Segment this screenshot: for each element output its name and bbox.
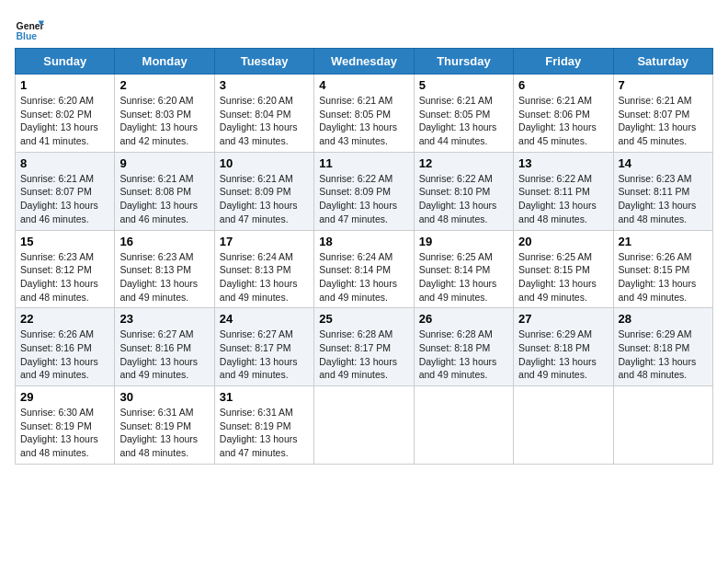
calendar-cell: 18Sunrise: 6:24 AMSunset: 8:14 PMDayligh… [314, 230, 414, 308]
day-number: 23 [119, 312, 209, 326]
day-info: Sunrise: 6:25 AMSunset: 8:15 PMDaylight:… [518, 250, 608, 304]
calendar-cell: 8Sunrise: 6:21 AMSunset: 8:07 PMDaylight… [16, 152, 115, 230]
day-number: 28 [619, 312, 708, 326]
calendar-cell: 26Sunrise: 6:28 AMSunset: 8:18 PMDayligh… [414, 308, 513, 386]
calendar-cell: 25Sunrise: 6:28 AMSunset: 8:17 PMDayligh… [314, 308, 414, 386]
day-info: Sunrise: 6:21 AMSunset: 8:06 PMDaylight:… [518, 94, 608, 148]
day-info: Sunrise: 6:26 AMSunset: 8:16 PMDaylight:… [20, 327, 109, 382]
col-header-wednesday: Wednesday [314, 49, 414, 75]
day-number: 21 [619, 235, 708, 248]
calendar-week-row: 15Sunrise: 6:23 AMSunset: 8:12 PMDayligh… [16, 230, 713, 308]
logo-icon: General Blue [15, 15, 44, 44]
calendar-week-row: 8Sunrise: 6:21 AMSunset: 8:07 PMDaylight… [16, 152, 713, 230]
svg-text:Blue: Blue [17, 31, 38, 41]
day-info: Sunrise: 6:27 AMSunset: 8:17 PMDaylight:… [220, 327, 309, 382]
calendar-cell: 13Sunrise: 6:22 AMSunset: 8:11 PMDayligh… [514, 152, 613, 230]
calendar-cell [613, 386, 712, 465]
calendar-cell: 2Sunrise: 6:20 AMSunset: 8:03 PMDaylight… [115, 75, 214, 153]
page-header: General Blue [15, 15, 713, 44]
day-number: 9 [119, 156, 209, 170]
calendar-cell: 5Sunrise: 6:21 AMSunset: 8:05 PMDaylight… [414, 75, 513, 153]
day-number: 18 [319, 235, 408, 248]
day-info: Sunrise: 6:21 AMSunset: 8:07 PMDaylight:… [20, 172, 109, 226]
calendar-cell: 22Sunrise: 6:26 AMSunset: 8:16 PMDayligh… [16, 308, 115, 386]
calendar-cell: 3Sunrise: 6:20 AMSunset: 8:04 PMDaylight… [214, 75, 313, 153]
day-number: 13 [518, 156, 608, 170]
day-info: Sunrise: 6:23 AMSunset: 8:13 PMDaylight:… [119, 250, 209, 304]
day-info: Sunrise: 6:26 AMSunset: 8:15 PMDaylight:… [619, 250, 708, 304]
day-number: 19 [419, 235, 508, 248]
calendar-cell: 28Sunrise: 6:29 AMSunset: 8:18 PMDayligh… [613, 308, 712, 386]
day-info: Sunrise: 6:20 AMSunset: 8:04 PMDaylight:… [220, 94, 309, 148]
day-number: 17 [220, 235, 309, 248]
calendar-cell: 29Sunrise: 6:30 AMSunset: 8:19 PMDayligh… [16, 386, 115, 465]
day-number: 25 [319, 312, 408, 326]
day-info: Sunrise: 6:20 AMSunset: 8:03 PMDaylight:… [119, 94, 209, 148]
day-info: Sunrise: 6:29 AMSunset: 8:18 PMDaylight:… [619, 327, 708, 382]
day-info: Sunrise: 6:20 AMSunset: 8:02 PMDaylight:… [20, 94, 109, 148]
calendar-cell: 7Sunrise: 6:21 AMSunset: 8:07 PMDaylight… [613, 75, 712, 153]
day-number: 14 [619, 156, 708, 170]
day-info: Sunrise: 6:21 AMSunset: 8:08 PMDaylight:… [119, 172, 209, 226]
day-info: Sunrise: 6:21 AMSunset: 8:09 PMDaylight:… [220, 172, 309, 226]
calendar-cell: 16Sunrise: 6:23 AMSunset: 8:13 PMDayligh… [115, 230, 214, 308]
calendar-header-row: SundayMondayTuesdayWednesdayThursdayFrid… [16, 49, 713, 75]
calendar-cell: 9Sunrise: 6:21 AMSunset: 8:08 PMDaylight… [115, 152, 214, 230]
day-info: Sunrise: 6:24 AMSunset: 8:14 PMDaylight:… [319, 250, 408, 304]
day-number: 15 [20, 235, 109, 248]
col-header-thursday: Thursday [414, 49, 513, 75]
day-number: 8 [20, 156, 109, 170]
calendar-cell: 10Sunrise: 6:21 AMSunset: 8:09 PMDayligh… [214, 152, 313, 230]
day-info: Sunrise: 6:25 AMSunset: 8:14 PMDaylight:… [419, 250, 508, 304]
day-number: 4 [319, 78, 408, 92]
calendar-cell: 14Sunrise: 6:23 AMSunset: 8:11 PMDayligh… [613, 152, 712, 230]
calendar-cell: 23Sunrise: 6:27 AMSunset: 8:16 PMDayligh… [115, 308, 214, 386]
day-number: 12 [419, 156, 508, 170]
day-number: 29 [20, 390, 109, 404]
day-number: 10 [220, 156, 309, 170]
calendar-cell: 30Sunrise: 6:31 AMSunset: 8:19 PMDayligh… [115, 386, 214, 465]
day-info: Sunrise: 6:30 AMSunset: 8:19 PMDaylight:… [20, 406, 109, 460]
calendar-cell: 21Sunrise: 6:26 AMSunset: 8:15 PMDayligh… [613, 230, 712, 308]
day-info: Sunrise: 6:27 AMSunset: 8:16 PMDaylight:… [119, 327, 209, 382]
calendar-table: SundayMondayTuesdayWednesdayThursdayFrid… [15, 48, 713, 465]
calendar-cell: 24Sunrise: 6:27 AMSunset: 8:17 PMDayligh… [214, 308, 313, 386]
col-header-sunday: Sunday [16, 49, 115, 75]
calendar-week-row: 1Sunrise: 6:20 AMSunset: 8:02 PMDaylight… [16, 75, 713, 153]
day-number: 26 [419, 312, 508, 326]
day-info: Sunrise: 6:22 AMSunset: 8:10 PMDaylight:… [419, 172, 508, 226]
calendar-cell: 4Sunrise: 6:21 AMSunset: 8:05 PMDaylight… [314, 75, 414, 153]
day-number: 16 [119, 235, 209, 248]
calendar-cell: 19Sunrise: 6:25 AMSunset: 8:14 PMDayligh… [414, 230, 513, 308]
calendar-cell: 6Sunrise: 6:21 AMSunset: 8:06 PMDaylight… [514, 75, 613, 153]
day-number: 22 [20, 312, 109, 326]
day-number: 6 [518, 78, 608, 92]
day-number: 31 [220, 390, 309, 404]
col-header-tuesday: Tuesday [214, 49, 313, 75]
day-number: 1 [20, 78, 109, 92]
calendar-week-row: 22Sunrise: 6:26 AMSunset: 8:16 PMDayligh… [16, 308, 713, 386]
day-info: Sunrise: 6:28 AMSunset: 8:17 PMDaylight:… [319, 327, 408, 382]
day-info: Sunrise: 6:28 AMSunset: 8:18 PMDaylight:… [419, 327, 508, 382]
day-number: 30 [119, 390, 209, 404]
calendar-cell [514, 386, 613, 465]
day-number: 2 [119, 78, 209, 92]
day-info: Sunrise: 6:21 AMSunset: 8:07 PMDaylight:… [619, 94, 708, 148]
day-info: Sunrise: 6:31 AMSunset: 8:19 PMDaylight:… [220, 406, 309, 460]
day-info: Sunrise: 6:21 AMSunset: 8:05 PMDaylight:… [319, 94, 408, 148]
calendar-cell: 15Sunrise: 6:23 AMSunset: 8:12 PMDayligh… [16, 230, 115, 308]
calendar-cell: 20Sunrise: 6:25 AMSunset: 8:15 PMDayligh… [514, 230, 613, 308]
day-info: Sunrise: 6:22 AMSunset: 8:11 PMDaylight:… [518, 172, 608, 226]
day-number: 7 [619, 78, 708, 92]
day-info: Sunrise: 6:21 AMSunset: 8:05 PMDaylight:… [419, 94, 508, 148]
day-number: 20 [518, 235, 608, 248]
day-number: 11 [319, 156, 408, 170]
day-info: Sunrise: 6:24 AMSunset: 8:13 PMDaylight:… [220, 250, 309, 304]
calendar-cell [314, 386, 414, 465]
col-header-monday: Monday [115, 49, 214, 75]
col-header-friday: Friday [514, 49, 613, 75]
day-number: 3 [220, 78, 309, 92]
day-info: Sunrise: 6:31 AMSunset: 8:19 PMDaylight:… [119, 406, 209, 460]
calendar-cell: 1Sunrise: 6:20 AMSunset: 8:02 PMDaylight… [16, 75, 115, 153]
calendar-cell: 31Sunrise: 6:31 AMSunset: 8:19 PMDayligh… [214, 386, 313, 465]
